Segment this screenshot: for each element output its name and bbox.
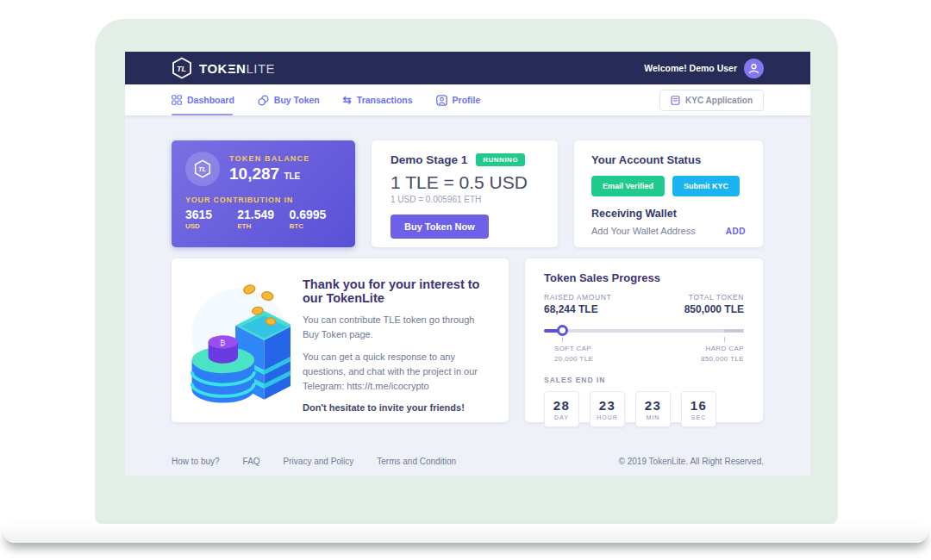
tab-profile[interactable]: Profile	[436, 84, 481, 115]
profile-icon	[436, 95, 447, 106]
tab-profile-label: Profile	[453, 95, 481, 105]
countdown-min-value: 23	[645, 398, 662, 413]
kyc-document-icon	[671, 96, 680, 105]
screen: TL TOKΞNLITE Welcome! Demo User	[125, 52, 810, 476]
contribution-btc-currency: BTC	[290, 222, 341, 230]
account-status-title: Your Account Status	[591, 153, 746, 166]
sales-progress-slider	[544, 325, 744, 336]
contribution-eth: 21.549 ETH	[237, 208, 289, 230]
contribution-eth-currency: ETH	[237, 222, 289, 230]
thank-you-card: ₿ Thank you for your interest to our Tok…	[172, 258, 509, 422]
raised-amount-value: 68,244 TLE	[544, 303, 611, 315]
raised-amount-label: RAISED AMOUNT	[544, 293, 611, 302]
footer: How to buy? FAQ Privacy and Policy Terms…	[172, 457, 764, 466]
token-sub-rate: 1 USD = 0.005961 ETH	[391, 195, 539, 204]
countdown-min-box: 23 MIN	[635, 391, 671, 427]
tab-dashboard-label: Dashboard	[187, 95, 234, 105]
contribution-usd-value: 3615	[185, 208, 237, 221]
running-status-badge: RUNNING	[476, 153, 525, 166]
summary-row: TL TOKEN BALANCE 10,287 TLE YOUR CONTRIB…	[172, 140, 764, 247]
contribution-btc-value: 0.6995	[290, 208, 341, 221]
thank-you-paragraph-2: You can get a quick response to any ques…	[303, 350, 490, 394]
svg-text:₿: ₿	[220, 339, 225, 347]
contribution-values: 3615 USD 21.549 ETH 0.6995 BTC	[185, 208, 341, 230]
stage-title: Demo Stage 1	[391, 153, 467, 166]
countdown-day-value: 28	[553, 398, 571, 413]
email-verified-badge[interactable]: Email Verified	[591, 176, 665, 196]
copyright-text: © 2019 TokenLite. All Right Reserved.	[619, 457, 764, 466]
total-token-block: TOTAL TOKEN 850,000 TLE	[684, 293, 744, 315]
coins-icon	[258, 95, 269, 106]
thank-you-paragraph-1: You can contribute TLE token go through …	[303, 313, 490, 342]
soft-cap-block: SOFT CAP 20,000 TLE	[544, 344, 593, 364]
hardcap-tick	[724, 337, 725, 342]
countdown: 28 DAY 23 HOUR 23 MIN 16	[544, 391, 744, 427]
hard-cap-block: HARD CAP 850,000 TLE	[701, 344, 744, 364]
token-balance-label: TOKEN BALANCE	[229, 154, 309, 163]
token-sales-progress-card: Token Sales Progress RAISED AMOUNT 68,24…	[525, 258, 763, 422]
svg-text:TL: TL	[177, 65, 186, 73]
user-menu[interactable]: Welcome! Demo User	[644, 59, 764, 78]
logo-text-light: LITE	[246, 61, 275, 76]
countdown-sec-value: 16	[690, 398, 708, 413]
contribution-usd: 3615 USD	[185, 208, 237, 230]
countdown-day-unit: DAY	[554, 414, 569, 420]
countdown-sec-unit: SEC	[691, 414, 706, 420]
contribution-usd-currency: USD	[185, 222, 237, 230]
progress-knob[interactable]	[557, 325, 568, 336]
contribution-label: YOUR CONTRIBUTION IN	[185, 196, 341, 204]
hard-cap-value: 850,000 TLE	[701, 354, 744, 364]
kyc-application-label: KYC Application	[685, 96, 753, 105]
tab-buy-token-label: Buy Token	[274, 95, 320, 105]
countdown-sec-box: 16 SEC	[681, 391, 716, 427]
footer-link-how-to-buy[interactable]: How to buy?	[172, 457, 220, 466]
total-token-label: TOTAL TOKEN	[684, 293, 744, 302]
avatar[interactable]	[744, 59, 764, 78]
welcome-text: Welcome! Demo User	[644, 63, 737, 73]
contribution-eth-value: 21.549	[237, 208, 289, 221]
tokenlite-logo[interactable]: TL TOKΞNLITE	[172, 57, 275, 79]
main-content: TL TOKEN BALANCE 10,287 TLE YOUR CONTRIB…	[125, 115, 810, 466]
countdown-day-box: 28 DAY	[544, 391, 579, 427]
tab-dashboard[interactable]: Dashboard	[172, 84, 234, 115]
token-rate: 1 TLE = 0.5 USD	[391, 172, 539, 193]
sales-end-label: SALES END IN	[544, 376, 744, 384]
transfer-arrows-icon: ⇆	[343, 95, 352, 105]
buy-token-now-button[interactable]: Buy Token Now	[391, 215, 489, 239]
footer-link-privacy[interactable]: Privacy and Policy	[284, 457, 354, 466]
countdown-min-unit: MIN	[647, 414, 660, 420]
balance-unit: TLE	[284, 171, 300, 181]
soft-cap-value: 20,000 TLE	[554, 354, 593, 364]
coins-illustration: ₿	[184, 276, 291, 407]
hard-cap-label: HARD CAP	[701, 344, 744, 354]
svg-text:TL: TL	[198, 165, 207, 173]
tab-transactions[interactable]: ⇆ Transactions	[343, 84, 413, 115]
raised-amount-block: RAISED AMOUNT 68,244 TLE	[544, 293, 611, 315]
invite-friends-note: Don't hesitate to invite your friends!	[303, 402, 490, 413]
receiving-wallet-title: Receiving Wallet	[591, 208, 746, 220]
laptop-frame: TL TOKΞNLITE Welcome! Demo User	[95, 19, 838, 524]
add-wallet-link[interactable]: ADD	[726, 227, 746, 236]
thank-you-title: Thank you for your interest to our Token…	[303, 277, 490, 305]
logo-text: TOKΞNLITE	[199, 61, 275, 76]
total-token-value: 850,000 TLE	[684, 303, 744, 315]
submit-kyc-badge[interactable]: Submit KYC	[672, 176, 740, 196]
hexagon-logo-icon: TL	[172, 57, 192, 79]
top-bar: TL TOKΞNLITE Welcome! Demo User	[125, 52, 810, 84]
balance-value: 10,287	[229, 165, 279, 183]
progress-track	[544, 329, 744, 333]
user-icon	[747, 62, 760, 75]
kyc-application-button[interactable]: KYC Application	[659, 90, 764, 111]
tab-transactions-label: Transactions	[357, 95, 413, 105]
footer-link-terms[interactable]: Terms and Condition	[377, 457, 456, 466]
countdown-hour-box: 23 HOUR	[590, 391, 625, 427]
token-stage-card: Demo Stage 1 RUNNING 1 TLE = 0.5 USD 1 U…	[372, 140, 558, 247]
nav-bar: Dashboard Buy Token ⇆ Transactions	[125, 84, 810, 115]
wallet-address-text: Add Your Wallet Address	[591, 226, 696, 236]
soft-cap-label: SOFT CAP	[554, 344, 593, 354]
footer-link-faq[interactable]: FAQ	[243, 457, 260, 466]
token-balance-card: TL TOKEN BALANCE 10,287 TLE YOUR CONTRIB…	[172, 140, 355, 247]
logo-text-bold: TOKΞN	[199, 61, 246, 76]
countdown-hour-value: 23	[599, 398, 616, 413]
tab-buy-token[interactable]: Buy Token	[258, 84, 320, 115]
